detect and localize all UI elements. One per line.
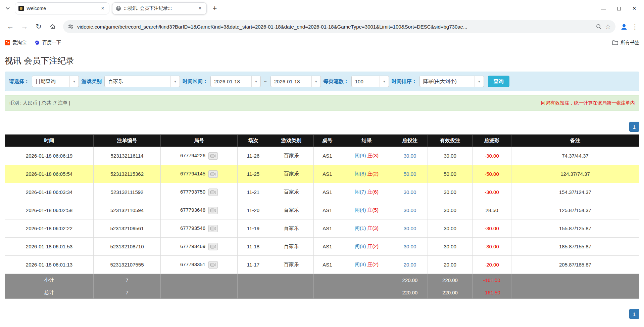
cell-note: 205.87/185.87 <box>511 256 639 274</box>
sort-label: 时间排序： <box>392 78 417 85</box>
zoom-icon[interactable] <box>596 24 602 30</box>
home-icon <box>49 23 56 30</box>
all-bookmarks-button[interactable]: 所有书签 <box>612 40 639 46</box>
cell-time: 2026-01-18 06:02:22 <box>5 219 94 238</box>
cell-total-bet: 30.00 <box>392 147 428 165</box>
bookmark-taobao[interactable]: 爱淘宝 <box>5 40 27 46</box>
page-title: 视讯 会员下注纪录 <box>5 55 639 66</box>
browser-tab-betrecord[interactable]: :::视讯. 会员下注纪录::: × <box>112 2 207 14</box>
cell-result: 闲(3) 庄(2) <box>341 256 392 274</box>
video-replay-button[interactable] <box>208 189 218 196</box>
cell-game-kind: 百家乐 <box>269 256 314 274</box>
video-replay-button[interactable] <box>208 152 218 160</box>
page-content: 视讯 会员下注纪录 请选择： 日期查询 ▾ 游戏类别 百家乐 ▾ 时间区间： 2… <box>0 49 644 319</box>
sort-select[interactable]: 降幂(由大到小) ▾ <box>419 76 484 87</box>
total-bet-link[interactable]: 50.00 <box>404 171 416 177</box>
cell-session: 11-17 <box>238 256 269 274</box>
cell-table-no: AS1 <box>314 147 341 165</box>
cell-total-bet: 30.00 <box>392 238 428 256</box>
bookmark-star-icon[interactable]: ☆ <box>605 23 611 31</box>
cell-game-kind: 百家乐 <box>269 165 314 183</box>
cell-payout: -30.00 <box>473 147 511 165</box>
column-header: 游戏类别 <box>269 135 314 147</box>
total-bet-link[interactable]: 30.00 <box>404 189 416 195</box>
reload-button[interactable]: ↻ <box>32 20 45 33</box>
video-replay-button[interactable] <box>208 207 218 214</box>
tab-close-icon[interactable]: × <box>100 5 106 11</box>
dropdown-arrow-icon: ▾ <box>251 76 260 87</box>
cell-valid-bet: 30.00 <box>428 147 473 165</box>
cell-table-no: AS1 <box>314 183 341 201</box>
cell-bet-id: 523132116114 <box>94 147 161 165</box>
total-bet-link[interactable]: 30.00 <box>404 153 416 159</box>
browser-tab-welcome[interactable]: Welcome × <box>15 2 109 14</box>
dropdown-arrow-icon: ▾ <box>170 76 180 87</box>
video-camera-icon <box>210 245 216 249</box>
cell-session: 11-26 <box>238 147 269 165</box>
video-camera-icon <box>210 208 216 212</box>
cell-bet-id: 523132109561 <box>94 219 161 238</box>
cell-result: 闲(1) 庄(3) <box>341 219 392 238</box>
bet-table-body: 2026-01-18 06:06:19523132116114677794226… <box>5 147 639 274</box>
tab-close-icon[interactable]: × <box>197 5 203 11</box>
back-button[interactable]: ← <box>4 20 17 33</box>
dropdown-arrow-icon: ▾ <box>380 76 389 87</box>
date-end-picker[interactable]: 2026-01-18 ▾ <box>270 76 321 87</box>
search-button[interactable]: 查询 <box>488 76 509 87</box>
page-1-button[interactable]: 1 <box>629 309 639 319</box>
video-replay-button[interactable] <box>208 170 218 178</box>
tab-favicon <box>18 6 24 11</box>
result-player: 闲(3) <box>355 261 366 267</box>
browser-menu-icon[interactable]: ⋮ <box>630 23 640 31</box>
cell-round: 677793469 <box>161 238 238 256</box>
video-camera-icon <box>210 263 216 267</box>
cell-table-no: AS1 <box>314 165 341 183</box>
cell-bet-id: 523132107555 <box>94 256 161 274</box>
query-type-select[interactable]: 日期查询 ▾ <box>32 76 79 87</box>
bet-row: 2026-01-18 06:01:53523132108710677793469… <box>5 238 639 256</box>
home-button[interactable] <box>46 20 59 33</box>
currency-summary: 币别 : 人民币 | 总共 :7 注单 | <box>9 100 70 106</box>
select-type-label: 请选择： <box>9 78 29 85</box>
game-kind-select[interactable]: 百家乐 ▾ <box>104 76 180 87</box>
close-button[interactable]: × <box>627 1 642 15</box>
cell-valid-bet: 30.00 <box>428 201 473 219</box>
date-end-value: 2026-01-18 <box>271 79 311 84</box>
forward-button[interactable]: → <box>18 20 31 33</box>
address-bar[interactable]: videoie.com/game/betrecord_search/kind3?… <box>63 20 615 33</box>
profile-avatar[interactable] <box>620 22 629 31</box>
video-replay-button[interactable] <box>208 225 218 232</box>
total-bet-link[interactable]: 30.00 <box>404 207 416 213</box>
total-bet-link[interactable]: 20.00 <box>404 262 416 268</box>
tab-search-button[interactable] <box>3 3 13 13</box>
result-banker: 庄(6) <box>367 189 379 195</box>
cell-round: 677793648 <box>161 201 238 219</box>
cell-note: 125.87/154.37 <box>511 201 639 219</box>
cell-game-kind: 百家乐 <box>269 219 314 238</box>
cell-session: 11-25 <box>238 165 269 183</box>
cell-bet-id: 523132115362 <box>94 165 161 183</box>
video-replay-button[interactable] <box>208 261 218 269</box>
cell-payout: -30.00 <box>473 238 511 256</box>
cell-game-kind: 百家乐 <box>269 183 314 201</box>
total-bet-link[interactable]: 30.00 <box>404 226 416 231</box>
date-start-picker[interactable]: 2026-01-18 ▾ <box>210 76 261 87</box>
cell-time: 2026-01-18 06:05:54 <box>5 165 94 183</box>
subtotal-row: 小计 7 220.00 220.00 -161.50 <box>5 274 639 286</box>
cell-session: 11-20 <box>238 201 269 219</box>
url-text[interactable]: videoie.com/game/betrecord_search/kind3?… <box>77 24 592 30</box>
cell-total-bet: 50.00 <box>392 165 428 183</box>
cell-session: 11-21 <box>238 183 269 201</box>
minimize-button[interactable]: — <box>596 1 611 15</box>
cell-note: 124.37/74.37 <box>511 165 639 183</box>
page-1-button[interactable]: 1 <box>629 122 639 132</box>
cell-table-no: AS1 <box>314 256 341 274</box>
bookmark-baidu[interactable]: 百度一下 <box>35 40 61 46</box>
window-controls: — × <box>596 1 642 15</box>
per-page-select[interactable]: 100 ▾ <box>351 76 389 87</box>
maximize-button[interactable] <box>611 1 627 15</box>
new-tab-button[interactable]: + <box>209 3 220 14</box>
site-settings-icon[interactable] <box>68 24 74 30</box>
video-replay-button[interactable] <box>208 243 218 250</box>
total-bet-link[interactable]: 30.00 <box>404 244 416 249</box>
